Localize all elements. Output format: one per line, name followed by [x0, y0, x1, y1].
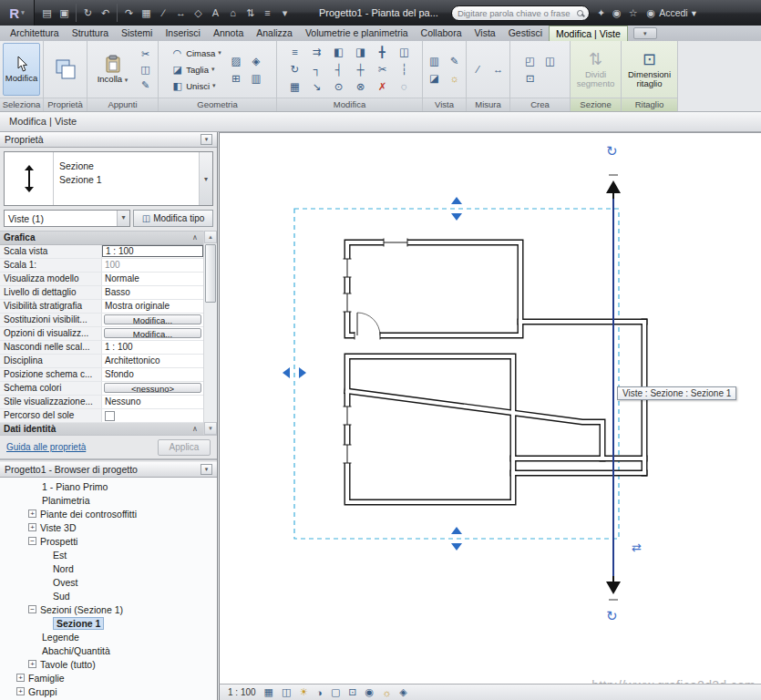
app-menu-button[interactable]: R ▾: [0, 0, 35, 26]
move-icon[interactable]: ╋: [373, 44, 393, 60]
tree-expander-icon[interactable]: +: [16, 674, 25, 682]
split-face-icon[interactable]: ◈: [247, 53, 265, 69]
text-icon[interactable]: A: [207, 4, 224, 22]
property-value[interactable]: Architettonico: [102, 355, 203, 367]
property-value[interactable]: 1 : 100: [102, 341, 203, 354]
section-icon[interactable]: ⇅: [242, 4, 259, 22]
wall-joins-icon[interactable]: ▥: [247, 70, 265, 87]
tree-expander-icon[interactable]: +: [28, 660, 36, 668]
trim-single-icon[interactable]: ┤: [329, 61, 349, 77]
panel-label[interactable]: Misura: [467, 98, 509, 111]
panel-label[interactable]: Geometria: [159, 98, 276, 111]
property-value[interactable]: Mostra originale: [102, 300, 203, 313]
shadows-icon[interactable]: ◑: [316, 687, 323, 698]
delete-icon[interactable]: ✗: [373, 78, 393, 95]
favorites-icon[interactable]: ☆: [629, 7, 638, 19]
mirror-draw-icon[interactable]: ◨: [351, 44, 371, 60]
palette-menu-icon[interactable]: ▾: [201, 134, 212, 145]
trim-multiple-icon[interactable]: ┼: [351, 61, 371, 77]
create-group-icon[interactable]: ⊡: [521, 70, 540, 87]
ribbon-minimize-toggle-icon[interactable]: ▾: [633, 27, 657, 39]
cut-icon[interactable]: ✂: [138, 47, 154, 61]
paint-icon[interactable]: ▨: [227, 53, 245, 69]
print-icon[interactable]: ▦: [138, 4, 155, 22]
default-3d-view-icon[interactable]: ⌂: [224, 4, 242, 22]
reveal-hidden-icon[interactable]: ☼: [382, 687, 391, 698]
create-parts-icon[interactable]: ◰: [521, 53, 540, 69]
mirror-axis-icon[interactable]: ◧: [329, 44, 349, 60]
visual-style-icon[interactable]: ◫: [282, 686, 291, 698]
qat-customize-icon[interactable]: ▾: [276, 4, 293, 22]
panel-label[interactable]: Seleziona: [0, 98, 43, 111]
ribbon-tab[interactable]: Architettura: [4, 26, 66, 41]
crop-view-icon[interactable]: ▢: [331, 686, 340, 698]
subscription-icon[interactable]: ✦: [597, 7, 605, 19]
ribbon-tab[interactable]: Volumetrie e planimetria: [299, 26, 415, 41]
ribbon-tab[interactable]: Analizza: [250, 26, 299, 41]
edit-type-button[interactable]: ◫ Modifica tipo: [133, 210, 213, 227]
aligned-dimension-icon[interactable]: ↔: [489, 61, 508, 77]
unpin-icon[interactable]: ⊗: [351, 78, 371, 95]
browser-tree-item[interactable]: Sezione 1: [0, 616, 217, 630]
group-collapse-icon[interactable]: ∧: [187, 423, 203, 435]
type-selector[interactable]: Sezione Sezione 1 ▾: [4, 151, 213, 206]
browser-tree-item[interactable]: Legende: [0, 630, 217, 643]
property-value[interactable]: Normale: [102, 273, 203, 285]
cut-profile-icon[interactable]: ◪: [426, 70, 444, 87]
demolish-icon[interactable]: ⊞: [227, 70, 245, 87]
temporary-hide-icon[interactable]: ◉: [365, 686, 375, 698]
ribbon-tab[interactable]: Vista: [468, 26, 502, 41]
cycle-section-head-top-icon[interactable]: ↻: [606, 144, 618, 158]
views-filter-combo[interactable]: Viste (1) ▾: [4, 210, 130, 227]
scroll-down-icon[interactable]: ▼: [204, 422, 217, 435]
panel-label[interactable]: Vista: [423, 98, 466, 111]
reveal-hidden-icon[interactable]: ☼: [446, 70, 464, 87]
scroll-up-icon[interactable]: ▲: [204, 231, 217, 243]
override-graphics-icon[interactable]: ✎: [446, 53, 464, 69]
sun-path-icon[interactable]: ☀: [299, 686, 308, 698]
tree-expander-icon[interactable]: −: [28, 537, 36, 545]
property-value[interactable]: Sfondo: [102, 368, 203, 381]
panel-label[interactable]: Crea: [510, 98, 570, 111]
type-selector-dropdown-icon[interactable]: ▾: [199, 152, 212, 205]
copy-icon[interactable]: ◫: [395, 44, 415, 60]
show-crop-icon[interactable]: ⊡: [348, 686, 356, 698]
scale-control[interactable]: 1 : 100: [228, 687, 256, 697]
property-value[interactable]: [102, 409, 203, 422]
ribbon-tab[interactable]: Collabora: [415, 26, 468, 41]
browser-tree-item[interactable]: Ovest: [0, 575, 217, 589]
properties-palette-titlebar[interactable]: Proprietà ▾: [0, 132, 217, 148]
thin-lines-icon[interactable]: ≡: [259, 4, 276, 22]
browser-tree-item[interactable]: Nord: [0, 561, 217, 575]
browser-tree-item[interactable]: 1 - Piano Primo: [0, 479, 217, 493]
match-type-icon[interactable]: ✎: [138, 78, 154, 92]
browser-tree-item[interactable]: Est: [0, 548, 217, 561]
ribbon-tab[interactable]: Sistemi: [115, 26, 159, 41]
communication-center-icon[interactable]: ◉: [612, 7, 622, 19]
tree-expander-icon[interactable]: +: [28, 523, 36, 531]
property-value[interactable]: <nessuno>: [102, 382, 203, 395]
dimensioni-ritaglio-button[interactable]: ⊡ Dimensioni ritaglio: [629, 43, 671, 96]
sync-icon[interactable]: ↻: [76, 4, 97, 22]
pin-icon[interactable]: ⊙: [329, 78, 349, 95]
measure-icon[interactable]: ∕: [469, 61, 488, 77]
browser-tree-item[interactable]: + Tavole (tutto): [0, 657, 217, 671]
browser-tree-item[interactable]: + Viste 3D: [0, 520, 217, 534]
ribbon-tab[interactable]: Modifica | Viste: [549, 26, 628, 41]
ribbon-tab[interactable]: Gestisci: [502, 26, 549, 41]
flip-section-icon[interactable]: ⇄: [632, 541, 642, 553]
browser-tree-item[interactable]: Abachi/Quantità: [0, 643, 217, 657]
cimasa-button[interactable]: ◠ Cimasa ▾: [170, 46, 223, 61]
tag-icon[interactable]: ◇: [190, 4, 207, 22]
measure-icon[interactable]: ∕: [155, 4, 172, 22]
properties-palette-button[interactable]: [46, 43, 84, 96]
panel-label[interactable]: Ritaglio: [622, 98, 677, 111]
property-value[interactable]: Nessuno: [102, 396, 203, 408]
search-input[interactable]: Digitare parola chiave o frase: [451, 5, 590, 21]
align-icon[interactable]: ≡: [285, 44, 305, 60]
browser-tree-item[interactable]: + Famiglie: [0, 671, 217, 685]
browser-tree-item[interactable]: + Gruppi: [0, 685, 217, 698]
ribbon-tab[interactable]: Annota: [207, 26, 250, 41]
panel-label[interactable]: Sezione: [571, 98, 621, 111]
tree-expander-icon[interactable]: −: [28, 605, 36, 613]
